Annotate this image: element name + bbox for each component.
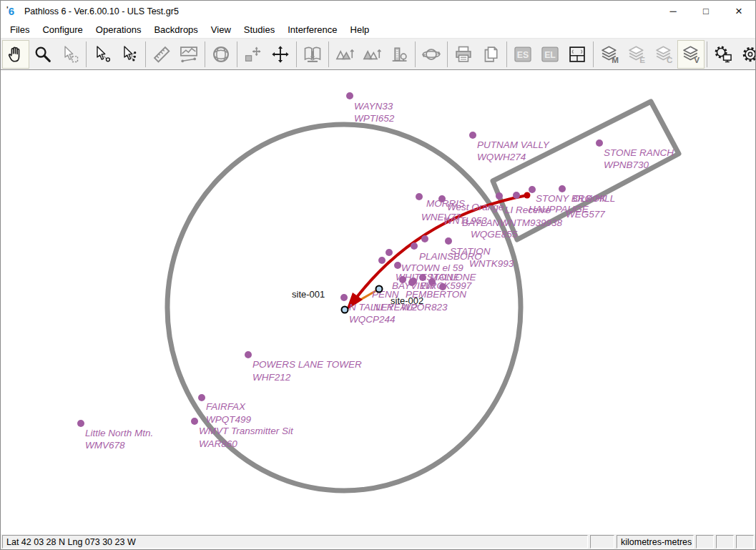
layers-icon: V [681,44,701,64]
site-dot[interactable] [386,249,393,256]
menu-bar: FilesConfigureOperationsBackdropsViewStu… [1,21,755,38]
building-icon [389,44,409,64]
terrain-extract-button[interactable] [331,40,358,69]
site-dot[interactable] [559,185,566,192]
site-label: PLAINSBORO [419,251,482,262]
svg-text:V: V [694,54,699,64]
select-link-button[interactable] [89,40,116,69]
toolbar-separator [296,41,297,67]
google-earth-button[interactable] [207,40,235,69]
cursor-multi-icon [119,44,139,64]
site-dot[interactable] [421,235,428,242]
edit-links-button[interactable]: EL [536,40,564,69]
site-label: WHF212 [252,372,291,383]
app-icon: '6 [6,5,19,17]
site-label: WPNB730 [604,159,649,170]
maximize-button[interactable]: □ [689,1,722,21]
site-dot[interactable] [416,193,423,200]
status-spacer-cell [590,535,614,549]
menu-help[interactable]: Help [344,23,376,36]
print-button[interactable] [450,40,477,69]
site-001-label: site-001 [292,289,325,300]
minimize-button[interactable]: ─ [657,1,689,21]
layers-icon: C [654,44,674,64]
close-button[interactable]: × [722,1,755,21]
site-dot[interactable] [77,420,84,427]
map-viewport[interactable]: WAYN33WPTI652PUTNAM VALLYWQWH274STONE RA… [1,70,755,534]
menu-studies[interactable]: Studies [237,23,281,36]
menu-view[interactable]: View [205,23,237,36]
site-label: BAYLAN [462,217,500,228]
move-site-button[interactable] [240,40,267,69]
site-dot[interactable] [245,351,252,358]
toolbar-separator [145,41,146,67]
menu-backdrops[interactable]: Backdrops [147,23,204,36]
toolbar-separator [506,41,507,67]
layers-m-button[interactable]: M [596,40,623,69]
select-sites-button[interactable] [116,40,143,69]
menu-files[interactable]: Files [4,23,36,36]
site-label: Little North Mtn. [85,428,153,438]
layers-e-button[interactable]: E [623,40,650,69]
menu-interference[interactable]: Interference [281,23,343,36]
site-dot[interactable] [191,418,198,425]
move-icon [270,44,290,64]
world-view-button[interactable] [418,40,445,69]
site-dot[interactable] [596,139,603,147]
move-small-icon [243,44,263,64]
site-dot[interactable] [513,192,520,199]
site-002-label: site-002 [391,295,423,306]
site-dot[interactable] [378,257,386,264]
svg-text:EL: EL [544,50,556,60]
pan-arrows-button[interactable] [267,40,294,69]
copy-button[interactable] [477,40,504,69]
interference-path-start [524,192,531,199]
site-dot[interactable] [198,394,205,401]
layers-v-button[interactable]: V [677,40,705,69]
pan-button[interactable] [2,40,29,69]
site-label: WQCP244 [349,314,396,325]
menu-configure[interactable]: Configure [36,23,89,36]
site-dot[interactable] [496,192,503,200]
site-structures-button[interactable] [386,40,413,69]
terrain-profile-button[interactable] [175,40,202,69]
book-import-icon [303,44,323,64]
site-002-marker[interactable] [376,286,383,293]
cursor-coordinates: Lat 42 03 28 N Lng 073 30 23 W [2,535,588,549]
display-options-button[interactable] [710,40,737,69]
site-dot[interactable] [469,132,476,139]
site-label: PUTNAM VALLY [477,139,550,150]
menu-operations[interactable]: Operations [89,23,148,36]
settings-button[interactable] [737,40,755,69]
globe-icon [211,44,231,64]
units-cell[interactable]: kilometres-metres [617,535,694,549]
layers-c-button[interactable]: C [650,40,677,69]
profile-icon [179,44,199,64]
site-001-marker[interactable] [342,307,348,313]
terrain-generate-button[interactable] [358,40,386,69]
window-controls: ─□× [657,1,755,21]
site-dot[interactable] [340,294,348,301]
mountains2-icon [362,44,382,64]
ruler-icon [152,44,172,64]
site-dot[interactable] [529,186,536,193]
site-dot[interactable] [445,237,452,245]
measure-button[interactable] [148,40,175,69]
site-label: POWERS LANE TOWER [252,359,362,370]
import-data-button[interactable] [299,40,326,69]
pages-icon [481,44,501,64]
site-label: STONE RANCH [604,147,674,158]
svg-text:C: C [667,54,673,64]
zoom-button[interactable] [29,40,57,69]
site-dot[interactable] [411,242,418,250]
toolbar-separator [415,41,416,67]
site-label: WPTI652 [354,113,395,124]
layers-icon: E [627,44,647,64]
site-dot[interactable] [394,262,401,269]
data-form-button[interactable] [564,40,591,69]
select-area-button[interactable] [57,40,84,69]
gear-icon [740,44,755,64]
el-icon: EL [540,44,560,64]
edit-sites-button[interactable]: ES [509,40,536,69]
site-dot[interactable] [346,92,353,99]
